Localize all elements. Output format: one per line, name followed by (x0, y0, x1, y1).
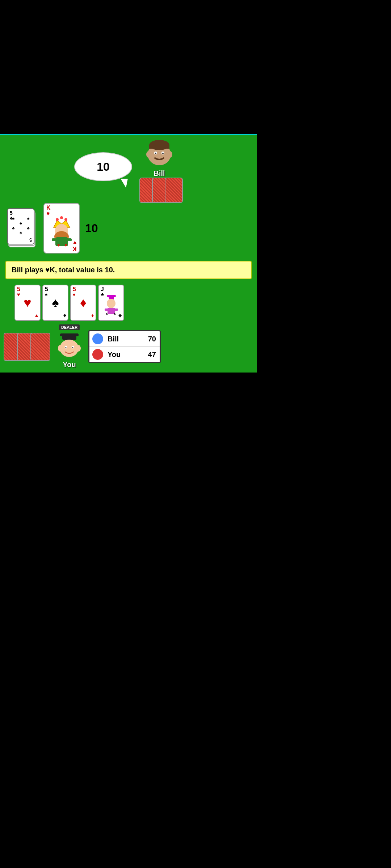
svg-point-12 (64, 218, 67, 221)
bill-name-label: Bill (154, 169, 165, 178)
draw-deck[interactable]: 5 ♣ ♣♣ ♣ ♣♣ ♣ 5 (7, 208, 36, 248)
king-rank-br: K♥ (72, 240, 77, 251)
deck-top-card[interactable]: 5 ♣ ♣♣ ♣ ♣♣ ♣ 5 (7, 208, 34, 244)
played-card-5d[interactable]: 5 ♦ ♦ ♦ (70, 285, 96, 321)
svg-point-32 (76, 345, 81, 352)
bill-hand (139, 178, 183, 203)
played-card-jc[interactable]: J ♣ ♣ (98, 285, 124, 321)
played-card-5s[interactable]: 5 ♠ ♠ ♠ (42, 285, 68, 321)
bill-played-card: K♥ (43, 203, 80, 254)
svg-rect-24 (105, 309, 108, 311)
svg-text:♣: ♣ (106, 312, 108, 316)
you-score-value: 47 (142, 348, 160, 361)
you-name-label: You (63, 361, 76, 369)
black-top-bar (0, 0, 257, 134)
svg-point-36 (72, 347, 73, 348)
game-area: 10 (0, 134, 257, 373)
svg-text:♥: ♥ (57, 243, 60, 247)
you-hand (4, 333, 50, 361)
svg-text:♣: ♣ (114, 312, 116, 316)
player-hand-area: 5 ♥ ♥ ♥ 5 ♠ ♠ ♠ 5 ♦ ♦ ♦ J ♣ (0, 283, 257, 323)
you-score-name: You (106, 348, 142, 361)
svg-point-8 (168, 151, 172, 158)
bill-score-value: 70 (142, 333, 160, 345)
deck-rank-br: 5 (29, 237, 32, 243)
svg-point-7 (146, 151, 151, 158)
bill-speech-bubble: 10 (74, 152, 132, 181)
svg-rect-16 (52, 238, 56, 241)
bill-info: Bill (136, 139, 183, 203)
svg-point-35 (66, 347, 67, 348)
you-score-dot (92, 349, 103, 360)
dealer-badge: DEALER (59, 324, 80, 330)
status-message: Bill plays ♥K, total value is 10. (5, 261, 252, 279)
bill-section: 10 (0, 139, 257, 203)
you-card-3[interactable] (30, 333, 50, 361)
played-card-5h[interactable]: 5 ♥ ♥ ♥ (14, 285, 41, 321)
scoreboard: Bill 70 You 47 (88, 330, 161, 363)
svg-point-6 (162, 153, 164, 154)
bill-score-dot (92, 333, 103, 344)
you-section: DEALER (0, 323, 257, 373)
king-rank-tl: K♥ (46, 205, 51, 217)
middle-play-area: 5 ♣ ♣♣ ♣ ♣♣ ♣ 5 K♥ (0, 199, 257, 257)
deck-suit-top: ♣ (10, 215, 13, 221)
played-cards-row: 5 ♥ ♥ ♥ 5 ♠ ♠ ♠ 5 ♦ ♦ ♦ J ♣ (14, 285, 124, 321)
svg-point-11 (60, 216, 63, 219)
black-bottom-bar (0, 373, 257, 665)
svg-rect-2 (149, 145, 169, 149)
svg-rect-25 (114, 309, 118, 311)
bill-avatar (145, 139, 174, 167)
score-row-bill: Bill 70 (89, 331, 160, 347)
you-avatar (56, 332, 83, 359)
svg-rect-20 (107, 295, 116, 297)
svg-rect-17 (67, 238, 72, 241)
dealer-wrap: DEALER (56, 324, 83, 369)
bill-score-name: Bill (106, 333, 142, 345)
svg-text:♥: ♥ (64, 243, 67, 247)
svg-rect-29 (62, 333, 76, 340)
svg-point-31 (58, 345, 62, 352)
bill-speech-value: 10 (97, 160, 110, 174)
king-figure: ♥ ♥ (50, 210, 73, 251)
total-value-display: 10 (85, 222, 98, 235)
svg-point-30 (60, 340, 79, 357)
bill-card-3[interactable] (165, 178, 183, 203)
svg-point-10 (56, 218, 59, 221)
score-row-you: You 47 (89, 347, 160, 362)
svg-point-22 (107, 299, 115, 308)
svg-point-5 (155, 153, 156, 154)
